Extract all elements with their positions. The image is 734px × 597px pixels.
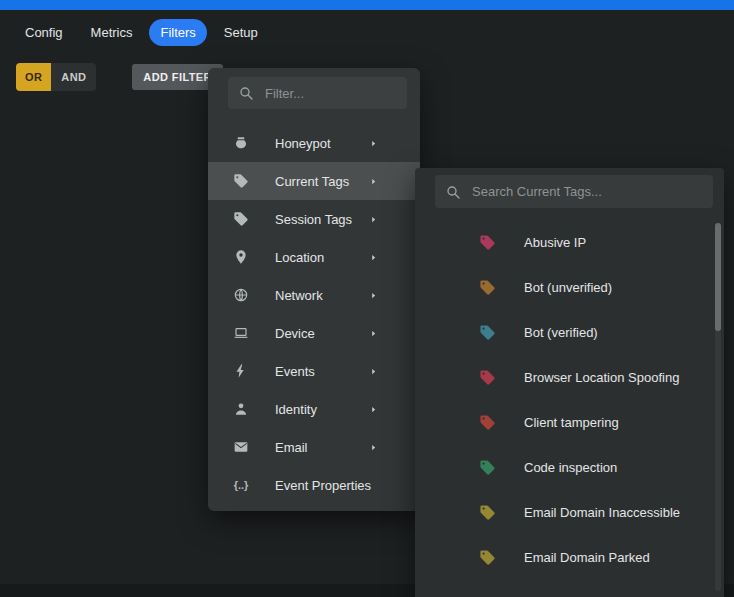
tag-icon [479,369,496,386]
tab-filters[interactable]: Filters [149,19,206,46]
chevron-right-icon [364,442,382,453]
chevron-right-icon [364,252,382,263]
tag-item-email-domain-parked[interactable]: Email Domain Parked [415,535,724,580]
tab-label: Setup [224,25,258,40]
submenu-scrollbar[interactable] [715,223,721,591]
search-icon [238,85,254,101]
tab-label: Config [25,25,63,40]
menu-item-current-tags[interactable]: Current Tags [208,162,420,200]
chevron-right-icon [364,328,382,339]
globe-icon [232,287,250,303]
menu-item-label: Device [275,326,364,341]
current-tags-submenu: Abusive IP Bot (unverified) Bot (verifie… [415,168,724,597]
menu-item-events[interactable]: Events [208,352,420,390]
menu-item-label: Honeypot [275,136,364,151]
tag-item-browser-location-spoofing[interactable]: Browser Location Spoofing [415,355,724,400]
menu-item-event-properties[interactable]: {..} Event Properties [208,466,420,504]
tab-label: Filters [160,25,195,40]
menu-item-device[interactable]: Device [208,314,420,352]
filter-toolbar: OR AND ADD FILTER [16,63,223,91]
laptop-icon [232,325,250,341]
menu-search-box [228,77,407,109]
tag-item-code-inspection[interactable]: Code inspection [415,445,724,490]
tag-label: Bot (unverified) [524,280,612,295]
tag-label: Browser Location Spoofing [524,370,679,385]
tag-label: Email Domain Parked [524,550,650,565]
tag-item-bot-verified[interactable]: Bot (verified) [415,310,724,355]
chevron-right-icon [364,138,382,149]
menu-item-honeypot[interactable]: Honeypot [208,124,420,162]
menu-item-label: Network [275,288,364,303]
tag-label: Abusive IP [524,235,586,250]
menu-item-label: Identity [275,402,364,417]
lightning-icon [232,363,250,379]
menu-item-network[interactable]: Network [208,276,420,314]
logic-toggle: OR AND [16,63,96,91]
menu-item-label: Current Tags [275,174,364,189]
top-accent-bar [0,0,734,10]
menu-item-email[interactable]: Email [208,428,420,466]
nav-tabs: ConfigMetricsFiltersSetup [14,19,269,46]
tag-icon [479,279,496,296]
tab-setup[interactable]: Setup [213,19,269,46]
tag-search-input[interactable] [470,183,703,200]
menu-list: Honeypot Current Tags Session Tags Locat… [208,109,420,504]
tag-label: Client tampering [524,415,619,430]
tag-label: Code inspection [524,460,617,475]
and-button[interactable]: AND [51,63,96,91]
search-icon [445,184,461,200]
tag-label: Email Domain Inaccessible [524,505,680,520]
tab-config[interactable]: Config [14,19,74,46]
menu-item-label: Email [275,440,364,455]
tag-label: Bot (verified) [524,325,598,340]
submenu-search-box [435,175,713,208]
envelope-icon [232,439,250,455]
menu-item-label: Event Properties [275,478,407,493]
menu-item-label: Events [275,364,364,379]
honeypot-icon [232,135,250,151]
chevron-right-icon [364,290,382,301]
tag-icon [479,414,496,431]
tag-icon [232,173,250,189]
chevron-right-icon [364,176,382,187]
tab-metrics[interactable]: Metrics [80,19,144,46]
or-button[interactable]: OR [16,63,51,91]
menu-filter-input[interactable] [263,85,397,102]
filter-category-menu: Honeypot Current Tags Session Tags Locat… [208,68,420,511]
menu-item-session-tags[interactable]: Session Tags [208,200,420,238]
tag-item-abusive-ip[interactable]: Abusive IP [415,220,724,265]
tag-item-client-tampering[interactable]: Client tampering [415,400,724,445]
menu-item-label: Location [275,250,364,265]
chevron-right-icon [364,214,382,225]
tag-icon [479,549,496,566]
chevron-right-icon [364,366,382,377]
scrollbar-thumb[interactable] [715,223,721,331]
person-icon [232,401,250,417]
location-pin-icon [232,249,250,265]
menu-item-location[interactable]: Location [208,238,420,276]
tag-item-bot-unverified[interactable]: Bot (unverified) [415,265,724,310]
tag-icon [479,234,496,251]
braces-icon: {..} [232,479,250,491]
tag-item-email-domain-inaccessible[interactable]: Email Domain Inaccessible [415,490,724,535]
menu-item-identity[interactable]: Identity [208,390,420,428]
chevron-right-icon [364,404,382,415]
menu-item-label: Session Tags [275,212,364,227]
tag-icon [232,211,250,227]
tag-list: Abusive IP Bot (unverified) Bot (verifie… [415,208,724,580]
tag-icon [479,459,496,476]
tab-label: Metrics [91,25,133,40]
tag-icon [479,504,496,521]
tag-icon [479,324,496,341]
